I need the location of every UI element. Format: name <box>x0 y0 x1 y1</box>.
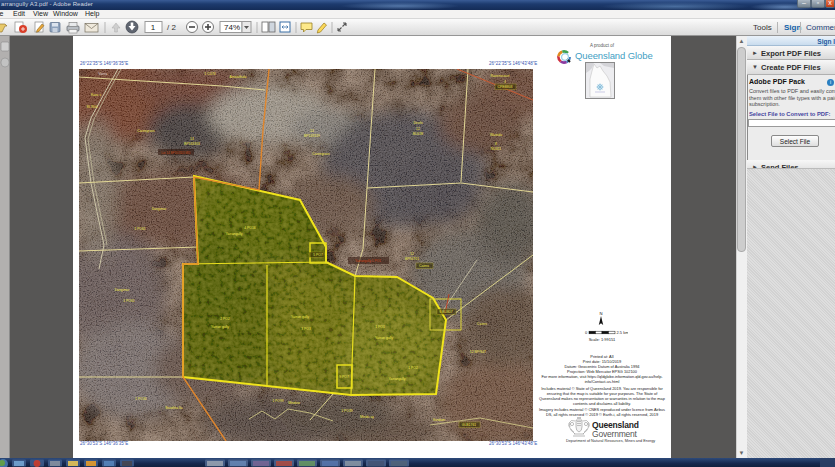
svg-text:BP163303: BP163303 <box>184 142 200 146</box>
svg-text:Careegrass: Careegrass <box>312 152 330 156</box>
svg-text:12 BP/S4T: 12 BP/S4T <box>470 350 486 354</box>
svg-text:Dangimar: Dangimar <box>115 288 131 292</box>
svg-text:Yarrangully: Yarrangully <box>389 377 406 381</box>
svg-text:74%: 74% <box>224 23 240 32</box>
svg-text:8: 8 <box>495 142 497 146</box>
svg-text:2.5 km: 2.5 km <box>617 330 629 335</box>
svg-text:4: 4 <box>504 80 506 84</box>
svg-text:Yarran gully: Yarran gully <box>291 315 309 319</box>
svg-text:Varna: Varna <box>99 72 108 76</box>
svg-text:14: 14 <box>190 137 194 141</box>
svg-text:5 PO7: 5 PO7 <box>313 253 323 257</box>
svg-text:3 PO3: 3 PO3 <box>301 327 311 331</box>
svg-text:14: 14 <box>310 129 314 133</box>
svg-text:1 PO1: 1 PO1 <box>375 325 385 329</box>
svg-text:2 PO2: 2 PO2 <box>220 317 230 321</box>
svg-text:Yarrangully: Yarrangully <box>226 232 243 236</box>
svg-text:1: 1 <box>151 23 156 32</box>
svg-text:Dangimar: Dangimar <box>152 207 168 211</box>
svg-text:12: 12 <box>416 127 420 131</box>
svg-text:Careegrass: Careegrass <box>137 129 155 133</box>
svg-text:1 PO39: 1 PO39 <box>341 409 353 413</box>
svg-text:9 PO7: 9 PO7 <box>339 375 349 379</box>
svg-text:Mindo-ay: Mindo-ay <box>360 415 374 419</box>
svg-text:CPEB803: CPEB803 <box>498 85 513 89</box>
svg-text:1 PO61: 1 PO61 <box>123 299 135 303</box>
svg-text:Yarran gully: Yarran gully <box>211 325 229 329</box>
svg-text:0: 0 <box>585 330 588 335</box>
svg-text:BP163319: BP163319 <box>304 134 320 138</box>
svg-text:1 PO61: 1 PO61 <box>134 227 146 231</box>
svg-text:1 PO34: 1 PO34 <box>135 397 147 401</box>
svg-text:Vandam: Vandam <box>433 418 446 422</box>
svg-text:Wastida: Wastida <box>490 133 502 137</box>
svg-text:Boodtha lla: Boodtha lla <box>166 406 183 410</box>
svg-text:1 CU74: 1 CU74 <box>204 72 216 76</box>
svg-text:/ 2: / 2 <box>167 23 176 32</box>
svg-text:6 BU807: 6 BU807 <box>439 310 452 314</box>
svg-text:BP94T61: BP94T61 <box>405 257 419 261</box>
svg-text:Cairns: Cairns <box>477 322 487 326</box>
svg-text:Yarrangully 1 PO1: Yarrangully 1 PO1 <box>355 259 381 263</box>
svg-text:NU411: NU411 <box>491 147 501 151</box>
svg-text:BU438: BU438 <box>413 132 423 136</box>
svg-text:1 PO2: 1 PO2 <box>408 366 418 370</box>
svg-text:Yarran gully: Yarran gully <box>375 336 393 340</box>
svg-text:Cairns: Cairns <box>419 264 429 268</box>
svg-text:12: 12 <box>410 252 414 256</box>
svg-text:Ravenscourt: Ravenscourt <box>490 74 509 78</box>
svg-text:Devils: Devils <box>413 121 423 125</box>
svg-text:Lot 14 BP163303 MID: Lot 14 BP163303 MID <box>161 151 191 155</box>
svg-text:Kara s: Kara s <box>91 93 101 97</box>
svg-text:Mindow: Mindow <box>288 401 300 405</box>
svg-text:4 PO16: 4 PO16 <box>244 226 256 230</box>
svg-text:1 PO99: 1 PO99 <box>272 399 284 403</box>
svg-text:Amalathala: Amalathala <box>230 75 247 79</box>
svg-text:SL R04: SL R04 <box>86 105 97 109</box>
svg-text:N: N <box>599 311 602 316</box>
svg-text:GLB1761: GLB1761 <box>462 423 476 427</box>
